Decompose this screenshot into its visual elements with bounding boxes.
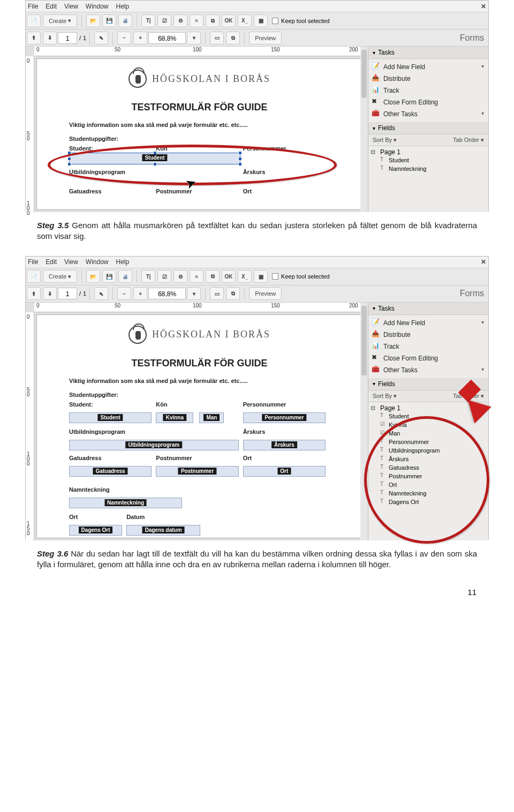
close-icon[interactable]: ✕ bbox=[481, 258, 486, 266]
tool-sig-icon[interactable]: X_ bbox=[238, 14, 252, 27]
create-button[interactable]: Create ▾ bbox=[43, 14, 77, 27]
tool-button-icon[interactable]: OK bbox=[222, 270, 236, 283]
tool-list-icon[interactable]: ≡ bbox=[190, 270, 203, 283]
menu-view[interactable]: View bbox=[64, 258, 78, 266]
close-icon[interactable]: ✕ bbox=[481, 3, 486, 10]
field-namnteckning[interactable]: Namnteckning bbox=[69, 498, 182, 508]
zoom-input[interactable]: 68,8% bbox=[148, 288, 186, 299]
field-dagens-datum[interactable]: Dagens datum bbox=[126, 525, 200, 536]
keep-tool-checkbox[interactable]: Keep tool selected bbox=[272, 273, 330, 280]
fit2-icon[interactable]: ⧉ bbox=[226, 287, 240, 300]
menu-edit[interactable]: Edit bbox=[46, 258, 57, 266]
tool-text-icon[interactable]: T| bbox=[141, 270, 155, 283]
tool-text-icon[interactable]: T| bbox=[141, 14, 155, 27]
tool-check-icon[interactable]: ☑ bbox=[157, 270, 171, 283]
task-other[interactable]: 🧰Other Tasks▾ bbox=[368, 108, 488, 120]
menu-help[interactable]: Help bbox=[116, 3, 130, 10]
page-input[interactable]: 1 bbox=[58, 32, 77, 44]
menu-file[interactable]: File bbox=[28, 3, 38, 10]
zoom-dd-icon[interactable]: ▾ bbox=[187, 287, 201, 300]
tree-field[interactable]: TOrt bbox=[371, 480, 486, 489]
tree-field[interactable]: TStudent bbox=[371, 156, 486, 164]
field-utbildning[interactable]: Utbildningsprogram bbox=[69, 440, 239, 450]
menu-view[interactable]: View bbox=[64, 3, 78, 10]
field-personnummer[interactable]: Personnummer bbox=[243, 412, 326, 423]
tool-button-icon[interactable]: OK bbox=[222, 14, 236, 27]
keep-tool-checkbox[interactable]: Keep tool selected bbox=[272, 18, 330, 24]
page-up-icon[interactable]: ⬆ bbox=[27, 287, 41, 300]
selected-field-student[interactable]: Student bbox=[69, 153, 240, 164]
zoom-out-icon[interactable]: − bbox=[117, 32, 131, 44]
create-button[interactable]: Create ▾ bbox=[43, 270, 77, 283]
tool-barcode-icon[interactable]: ▦ bbox=[254, 14, 268, 27]
create-icon[interactable]: 📄 bbox=[27, 14, 41, 27]
menu-edit[interactable]: Edit bbox=[46, 3, 57, 10]
tasks-header[interactable]: ▾Tasks bbox=[368, 303, 488, 315]
preview-button[interactable]: Preview bbox=[249, 32, 282, 44]
field-ort[interactable]: Ort bbox=[243, 466, 326, 477]
menu-help[interactable]: Help bbox=[116, 258, 130, 266]
open-icon[interactable]: 📂 bbox=[86, 270, 100, 283]
fit1-icon[interactable]: ▭ bbox=[210, 287, 224, 300]
page-down-icon[interactable]: ⬇ bbox=[43, 287, 57, 300]
zoom-dd-icon[interactable]: ▾ bbox=[187, 32, 201, 44]
zoom-input[interactable]: 68,8% bbox=[148, 32, 186, 44]
pointer-icon[interactable]: ⬉ bbox=[94, 287, 108, 300]
zoom-in-icon[interactable]: + bbox=[133, 287, 147, 300]
save-icon[interactable]: 💾 bbox=[102, 270, 116, 283]
open-icon[interactable]: 📂 bbox=[86, 14, 100, 27]
tree-field[interactable]: ☑Man bbox=[371, 429, 486, 438]
field-arskurs[interactable]: Årskurs bbox=[243, 440, 326, 450]
tree-field[interactable]: TÅrskurs bbox=[371, 455, 486, 463]
task-track[interactable]: 📊Track bbox=[368, 341, 488, 352]
tab-order[interactable]: Tab Order ▾ bbox=[453, 137, 484, 144]
document-canvas[interactable]: HÖGSKOLAN I BORÅS TESTFORMULÄR FÖR GUIDE… bbox=[36, 58, 362, 210]
zoom-in-icon[interactable]: + bbox=[133, 32, 147, 44]
task-track[interactable]: 📊Track bbox=[368, 85, 488, 96]
tree-field[interactable]: TDagens Ort bbox=[371, 498, 486, 506]
tool-list-icon[interactable]: ≡ bbox=[190, 14, 203, 27]
tree-field[interactable]: TPostnummer bbox=[371, 472, 486, 480]
task-close-editing[interactable]: ✖Close Form Editing bbox=[368, 96, 488, 108]
zoom-out-icon[interactable]: − bbox=[117, 287, 131, 300]
tool-radio-icon[interactable]: ⚙ bbox=[173, 270, 187, 283]
page-input[interactable]: 1 bbox=[58, 288, 77, 299]
fields-header[interactable]: ▾Fields bbox=[368, 122, 488, 134]
task-add-new-field[interactable]: 📝Add New Field▾ bbox=[368, 317, 488, 329]
pointer-icon[interactable]: ⬉ bbox=[94, 32, 108, 44]
tree-field[interactable]: TNamnteckning bbox=[371, 164, 486, 173]
sort-by[interactable]: Sort By ▾ bbox=[373, 393, 397, 400]
create-icon[interactable]: 📄 bbox=[27, 270, 41, 283]
print-icon[interactable]: 🖨 bbox=[118, 270, 132, 283]
tool-sig-icon[interactable]: X_ bbox=[238, 270, 252, 283]
document-canvas[interactable]: HÖGSKOLAN I BORÅS TESTFORMULÄR FÖR GUIDE… bbox=[36, 314, 362, 538]
tool-radio-icon[interactable]: ⚙ bbox=[173, 14, 187, 27]
field-student[interactable]: Student bbox=[69, 412, 152, 423]
task-other[interactable]: 🧰Other Tasks▾ bbox=[368, 364, 488, 376]
tree-page[interactable]: Page 1 bbox=[371, 148, 486, 156]
menu-window[interactable]: Window bbox=[86, 258, 109, 266]
fit1-icon[interactable]: ▭ bbox=[210, 32, 224, 44]
tool-check-icon[interactable]: ☑ bbox=[157, 14, 171, 27]
menu-file[interactable]: File bbox=[28, 258, 38, 266]
scrollbar[interactable] bbox=[360, 47, 368, 212]
print-icon[interactable]: 🖨 bbox=[118, 14, 132, 27]
save-icon[interactable]: 💾 bbox=[102, 14, 116, 27]
fit2-icon[interactable]: ⧉ bbox=[226, 32, 240, 44]
tool-barcode-icon[interactable]: ▦ bbox=[254, 270, 268, 283]
task-distribute[interactable]: 📤Distribute bbox=[368, 73, 488, 85]
tasks-header[interactable]: ▾Tasks bbox=[368, 47, 488, 59]
tree-field[interactable]: TPersonnummer bbox=[371, 438, 486, 446]
sort-by[interactable]: Sort By ▾ bbox=[373, 137, 397, 144]
field-postnummer[interactable]: Postnummer bbox=[156, 466, 238, 477]
tree-field[interactable]: TGatuadress bbox=[371, 463, 486, 472]
field-gatuadress[interactable]: Gatuadress bbox=[69, 466, 152, 477]
field-kvinna[interactable]: Kvinna bbox=[156, 412, 193, 423]
tree-field[interactable]: ☑Kvinna bbox=[371, 420, 486, 429]
tool-combo-icon[interactable]: ⧉ bbox=[206, 270, 220, 283]
tree-field[interactable]: TUtbildningsprogram bbox=[371, 446, 486, 455]
task-distribute[interactable]: 📤Distribute bbox=[368, 329, 488, 341]
menu-window[interactable]: Window bbox=[86, 3, 109, 10]
preview-button[interactable]: Preview bbox=[249, 287, 282, 300]
scrollbar[interactable] bbox=[360, 303, 368, 540]
